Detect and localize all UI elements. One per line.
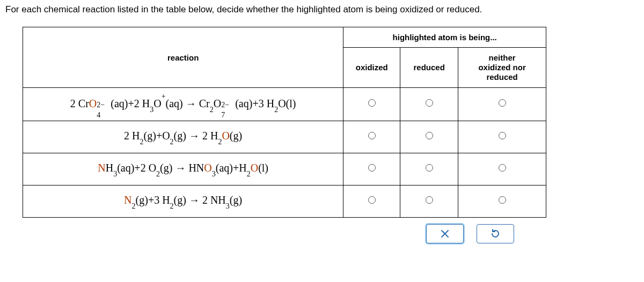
reset-button[interactable] bbox=[477, 224, 514, 243]
reaction-cell-4: N2(g)+3 H2(g) → 2 NH3(g) bbox=[23, 185, 343, 217]
table-row: 2 CrO2−4(aq)+2 H3O+(aq) → Cr2O2−7(aq)+3 … bbox=[23, 88, 546, 121]
header-group: highlighted atom is being... bbox=[343, 27, 546, 48]
footer-buttons bbox=[23, 218, 546, 243]
radio-r1-reduced[interactable] bbox=[426, 99, 433, 107]
header-reaction: reaction bbox=[23, 27, 343, 88]
radio-r3-reduced[interactable] bbox=[426, 164, 433, 172]
radio-r3-oxidized[interactable] bbox=[368, 164, 376, 172]
reaction-table: reaction highlighted atom is being... ox… bbox=[23, 27, 546, 218]
reset-icon bbox=[490, 228, 501, 239]
radio-r1-neither[interactable] bbox=[499, 99, 506, 107]
radio-r3-neither[interactable] bbox=[499, 164, 506, 172]
reaction-cell-1: 2 CrO2−4(aq)+2 H3O+(aq) → Cr2O2−7(aq)+3 … bbox=[23, 88, 343, 121]
question-table-wrapper: reaction highlighted atom is being... ox… bbox=[23, 27, 546, 218]
table-row: NH3(aq)+2 O2(g) → HNO3(aq)+H2O(l) bbox=[23, 153, 546, 185]
table-row: 2 H2(g)+O2(g) → 2 H2O(g) bbox=[23, 121, 546, 153]
reaction-cell-2: 2 H2(g)+O2(g) → 2 H2O(g) bbox=[23, 121, 343, 153]
close-icon bbox=[440, 229, 450, 239]
header-oxidized: oxidized bbox=[343, 48, 400, 88]
radio-r4-reduced[interactable] bbox=[426, 196, 433, 204]
radio-r4-oxidized[interactable] bbox=[368, 196, 376, 204]
radio-r2-neither[interactable] bbox=[499, 132, 506, 139]
close-button[interactable] bbox=[426, 224, 464, 243]
radio-r2-oxidized[interactable] bbox=[368, 132, 376, 139]
header-reduced: reduced bbox=[400, 48, 458, 88]
radio-r2-reduced[interactable] bbox=[426, 132, 433, 139]
radio-r1-oxidized[interactable] bbox=[368, 99, 376, 107]
radio-r4-neither[interactable] bbox=[499, 196, 506, 204]
instruction-text: For each chemical reaction listed in the… bbox=[5, 4, 639, 15]
header-neither: neither oxidized nor reduced bbox=[458, 48, 546, 88]
table-row: N2(g)+3 H2(g) → 2 NH3(g) bbox=[23, 185, 546, 217]
reaction-cell-3: NH3(aq)+2 O2(g) → HNO3(aq)+H2O(l) bbox=[23, 153, 343, 185]
